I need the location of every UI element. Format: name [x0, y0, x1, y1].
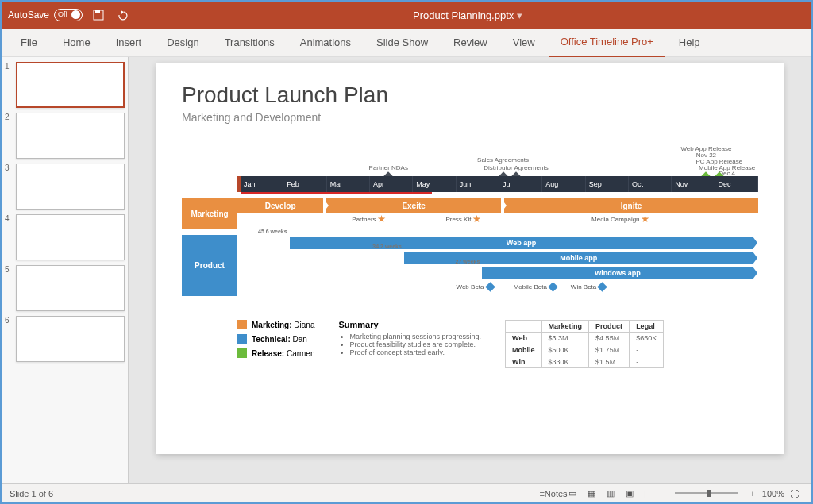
slide-editor[interactable]: Product Launch Plan Marketing and Develo…	[129, 57, 811, 483]
legend-row: Marketing: Diana	[237, 320, 315, 329]
timeline[interactable]: Partner NDAs Sales Agreements Distributo…	[182, 144, 758, 296]
phase-excite: Excite	[326, 198, 501, 213]
swimlane-product: Product 45.6 weeks Web app 34.2 weeks Mo…	[182, 235, 758, 296]
autosave-toggle[interactable]: AutoSave Off	[8, 9, 83, 21]
summary-bullet: Proof of concept started early.	[350, 348, 482, 356]
undo-icon[interactable]	[114, 7, 130, 23]
slide-thumbnail[interactable]	[16, 214, 125, 260]
slide-counter: Slide 1 of 6	[10, 489, 53, 498]
zoom-in-button[interactable]: +	[744, 485, 761, 502]
slide-title[interactable]: Product Launch Plan	[182, 83, 758, 108]
ribbon-tab-home[interactable]: Home	[52, 29, 102, 57]
legend: Marketing: DianaTechnical: DanRelease: C…	[237, 320, 315, 368]
slide-thumbnail[interactable]	[16, 113, 125, 159]
ribbon-tab-file[interactable]: File	[10, 29, 48, 57]
milestone-row: Partner NDAs Sales Agreements Distributo…	[237, 144, 758, 176]
month-cell: Nov	[672, 176, 715, 192]
ribbon-tab-slide-show[interactable]: Slide Show	[365, 29, 439, 57]
normal-view-icon[interactable]: ▭	[564, 485, 581, 502]
thumbnail-panel[interactable]: 123456	[2, 57, 129, 483]
slideshow-view-icon[interactable]: ▣	[621, 485, 638, 502]
slide-thumbnail[interactable]	[16, 265, 125, 311]
cost-table: MarketingProductLegalWeb$3.3M$4.55M$650K…	[505, 320, 664, 368]
ribbon-tab-help[interactable]: Help	[668, 29, 711, 57]
slide-thumbnail[interactable]	[16, 164, 125, 210]
swimlane-label-product: Product	[182, 235, 237, 296]
ribbon-tabs: FileHomeInsertDesignTransitionsAnimation…	[2, 29, 811, 57]
reading-view-icon[interactable]: ▥	[602, 485, 619, 502]
zoom-slider[interactable]	[675, 492, 738, 494]
month-cell: Sep	[586, 176, 629, 192]
save-icon[interactable]	[91, 7, 106, 23]
star-icon	[472, 215, 480, 223]
phase-develop: Develop	[237, 198, 323, 213]
month-cell: Jul	[499, 176, 542, 192]
slide-thumbnail[interactable]	[16, 62, 125, 108]
diamond-icon	[485, 282, 495, 292]
month-cell: Jan	[241, 176, 283, 192]
ribbon-tab-transitions[interactable]: Transitions	[214, 29, 286, 57]
ribbon-tab-insert[interactable]: Insert	[105, 29, 153, 57]
marketing-phases: Develop Excite Ignite	[237, 198, 758, 213]
ribbon-tab-review[interactable]: Review	[442, 29, 499, 57]
swimlane-label-marketing: Marketing	[182, 198, 237, 229]
slide-thumbnail[interactable]	[16, 316, 125, 362]
zoom-level[interactable]: 100%	[762, 489, 784, 498]
month-cell: Apr	[370, 176, 413, 192]
product-betas: Web Beta Mobile Beta Win Beta	[237, 282, 758, 296]
month-cell: Jun	[457, 176, 499, 192]
diamond-icon	[597, 282, 607, 292]
notes-button[interactable]: ≡ Notes	[545, 485, 562, 502]
document-title: Product Planning.pptx ▾	[130, 10, 805, 21]
slide-canvas[interactable]: Product Launch Plan Marketing and Develo…	[156, 63, 784, 454]
slide-footer-content: Marketing: DianaTechnical: DanRelease: C…	[182, 320, 758, 368]
month-cell: Mar	[327, 176, 370, 192]
star-icon	[642, 215, 649, 223]
star-icon	[378, 215, 386, 223]
slide-subtitle[interactable]: Marketing and Development	[182, 111, 758, 124]
swimlane-marketing: Marketing Develop Excite Ignite Partners…	[182, 198, 758, 229]
status-bar: Slide 1 of 6 ≡ Notes ▭ ▦ ▥ ▣ | − + 100% …	[2, 483, 811, 502]
marketing-milestones: Partners Press Kit Media Campaign	[237, 213, 758, 229]
product-bar-web: 45.6 weeks Web app	[290, 237, 753, 249]
summary-bullet: Product feasibility studies are complete…	[350, 340, 482, 348]
month-cell: Oct	[629, 176, 672, 192]
ribbon-tab-office-timeline-pro-[interactable]: Office Timeline Pro+	[549, 29, 665, 57]
main-area: 123456 Product Launch Plan Marketing and…	[2, 57, 811, 483]
month-cell: Feb	[283, 176, 326, 192]
legend-row: Release: Carmen	[237, 348, 315, 358]
phase-ignite: Ignite	[504, 198, 758, 213]
svg-rect-1	[95, 10, 100, 13]
product-bar-windows: 27 weeks Windows app	[482, 267, 753, 279]
title-bar: AutoSave Off Product Planning.pptx ▾	[2, 2, 811, 29]
zoom-out-button[interactable]: −	[652, 485, 669, 502]
month-cell: May	[413, 176, 456, 192]
ribbon-tab-design[interactable]: Design	[156, 29, 210, 57]
fit-to-window-icon[interactable]: ⛶	[785, 485, 803, 502]
month-cell: Dec	[715, 176, 758, 192]
month-axis: JanFebMarAprMayJunJulAugSepOctNovDec	[237, 176, 758, 192]
ribbon-tab-animations[interactable]: Animations	[289, 29, 362, 57]
summary-bullet: Marketing planning sessions progressing.	[350, 333, 482, 340]
legend-row: Technical: Dan	[237, 334, 315, 344]
month-cell: Aug	[542, 176, 585, 192]
ribbon-tab-view[interactable]: View	[502, 29, 546, 57]
sorter-view-icon[interactable]: ▦	[583, 485, 600, 502]
summary: Summary Marketing planning sessions prog…	[339, 320, 482, 368]
diamond-icon	[548, 282, 558, 292]
